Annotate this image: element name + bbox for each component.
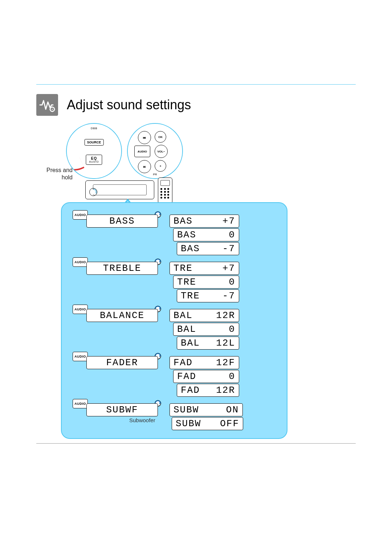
svg-rect-4 bbox=[50, 109, 51, 110]
setting-row-subwf: AUDIO SUBWF SUBWON SUBWOFF Subwoofer bbox=[73, 399, 276, 431]
remote-vol-button: VOL− bbox=[155, 145, 168, 158]
subwoofer-caption: Subwoofer bbox=[129, 417, 155, 423]
setting-name-display: FADER bbox=[86, 356, 158, 369]
audio-chip: AUDIO bbox=[73, 210, 88, 220]
eq-audio-button: EQ AUDIO bbox=[86, 155, 102, 165]
value-display: BAL0 bbox=[173, 323, 239, 336]
value-display: BAS+7 bbox=[170, 215, 239, 228]
panel-closeup-bubble: DBB SOURCE EQ AUDIO bbox=[66, 123, 122, 179]
value-display: BAL12L bbox=[177, 337, 239, 350]
svg-rect-5 bbox=[54, 109, 55, 110]
page-title: Adjust sound settings bbox=[67, 97, 191, 113]
remote-plus-button: + bbox=[155, 160, 166, 172]
setting-name-display: BASS bbox=[86, 215, 158, 228]
value-display: BAL12R bbox=[170, 309, 239, 322]
eq-label-main: EQ bbox=[89, 156, 99, 160]
settings-panel: AUDIO BASS BAS+7 BAS0 BAS-7 AUDIO TREBLE bbox=[61, 202, 287, 439]
svg-rect-3 bbox=[52, 111, 53, 112]
remote-play-button: ⏯ bbox=[138, 160, 151, 173]
remote-audio-button: AUDIO bbox=[134, 146, 150, 157]
value-display: TRE0 bbox=[173, 276, 239, 289]
volume-dial-icon bbox=[89, 188, 97, 196]
remote-pr-label: PR bbox=[153, 173, 157, 176]
setting-row-fader: AUDIO FADER FAD12F FAD0 FAD12R bbox=[73, 352, 276, 398]
svg-rect-2 bbox=[52, 107, 53, 108]
dbb-label: DBB bbox=[91, 127, 97, 130]
setting-row-treble: AUDIO TREBLE TRE+7 TRE0 TRE-7 bbox=[73, 257, 276, 303]
value-display: BAS-7 bbox=[177, 242, 239, 255]
value-display: BAS0 bbox=[173, 228, 239, 241]
sound-settings-icon bbox=[36, 94, 58, 116]
value-display: SUBWOFF bbox=[172, 417, 243, 430]
audio-chip: AUDIO bbox=[73, 257, 88, 267]
setting-name-display: TREBLE bbox=[86, 262, 158, 275]
audio-chip: AUDIO bbox=[73, 399, 88, 408]
setting-row-bass: AUDIO BASS BAS+7 BAS0 BAS-7 bbox=[73, 210, 276, 256]
value-display: SUBWON bbox=[170, 403, 243, 416]
eq-label-sub: AUDIO bbox=[89, 160, 99, 163]
svg-point-1 bbox=[52, 109, 53, 110]
top-divider bbox=[36, 84, 356, 85]
remote-illustration bbox=[158, 178, 172, 204]
bottom-divider bbox=[36, 443, 356, 444]
car-stereo-illustration bbox=[85, 180, 154, 199]
value-display: FAD12R bbox=[177, 384, 239, 397]
value-display: FAD0 bbox=[173, 370, 239, 383]
setting-row-balance: AUDIO BALANCE BAL12R BAL0 BAL12L bbox=[73, 305, 276, 350]
source-button: SOURCE bbox=[85, 139, 104, 146]
control-diagram: Press and hold DBB SOURCE EQ AUDIO ⏮ OK … bbox=[36, 119, 356, 203]
remote-ok-button: OK bbox=[155, 131, 166, 143]
value-display: FAD12F bbox=[170, 356, 239, 369]
remote-prev-button: ⏮ bbox=[138, 131, 151, 144]
value-display: TRE+7 bbox=[170, 262, 239, 275]
value-display: TRE-7 bbox=[177, 289, 239, 302]
remote-closeup-bubble: ⏮ OK AUDIO VOL− ⏯ + PR bbox=[127, 123, 183, 179]
setting-name-display: BALANCE bbox=[86, 309, 158, 322]
setting-name-display: SUBWF bbox=[86, 403, 158, 416]
press-hold-label: Press and hold bbox=[44, 167, 73, 181]
audio-chip: AUDIO bbox=[73, 352, 88, 361]
audio-chip: AUDIO bbox=[73, 305, 88, 314]
